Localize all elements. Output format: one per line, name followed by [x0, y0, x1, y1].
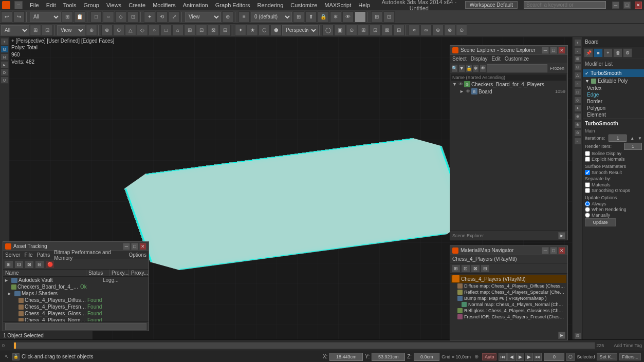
tb2-btn19[interactable]: ◯: [322, 25, 334, 36]
layer-mgr-btn[interactable]: ≡: [238, 11, 250, 23]
vp-icon-bottom[interactable]: ⊡: [574, 332, 581, 339]
se-tb-freeze-btn[interactable]: ❄: [473, 64, 480, 72]
vp-icon-13[interactable]: ≈: [574, 138, 581, 145]
mn-tb-btn3[interactable]: ⊠: [471, 264, 480, 273]
select-object-btn[interactable]: ⊞: [62, 11, 73, 23]
menu-edit[interactable]: Edit: [43, 2, 59, 9]
motion-btn[interactable]: ►: [1, 61, 9, 68]
se-maximize-btn[interactable]: □: [550, 47, 557, 54]
mod-edge[interactable]: Edge: [583, 91, 644, 98]
window-close[interactable]: ✕: [635, 2, 642, 9]
se-select-menu[interactable]: Select: [452, 56, 467, 62]
se-tb-vis-btn[interactable]: 👁: [480, 64, 486, 72]
reference-coord-dropdown[interactable]: ViewWorldLocal: [185, 12, 221, 22]
tb2-btn7[interactable]: ◇: [137, 25, 148, 36]
tb2-btn25[interactable]: ⊟: [393, 25, 404, 36]
at-maps-expand[interactable]: ►: [7, 291, 13, 296]
vp-icon-1[interactable]: +: [574, 39, 581, 46]
at-diffuse-row[interactable]: Chess_4_Players_Diffuse.png Found: [3, 297, 149, 303]
mod-vertex[interactable]: Vertex: [583, 85, 644, 91]
mn-normal-row[interactable]: Normal map: Chess_4_Players_Normal (Ches…: [451, 301, 566, 308]
tb2-btn20[interactable]: ▣: [334, 25, 345, 36]
tb2-btn28[interactable]: ⊕: [432, 25, 444, 36]
mn-close-btn[interactable]: ✕: [558, 247, 565, 254]
tb2-btn12[interactable]: ⊡: [196, 25, 207, 36]
timeline-scrubber[interactable]: [14, 342, 16, 349]
redo-btn[interactable]: ↪: [13, 11, 25, 23]
pivot-btn[interactable]: ⊕: [222, 11, 233, 23]
mode-dropdown[interactable]: All: [1, 25, 29, 35]
menu-group[interactable]: Group: [80, 2, 102, 9]
tb2-btn4[interactable]: ⊗: [101, 25, 113, 36]
transform-lock-icon[interactable]: 🔒: [12, 353, 20, 360]
layer-move-btn[interactable]: ⬆: [305, 11, 317, 23]
vp-icon-11[interactable]: ⊗: [574, 121, 581, 128]
isoline-checkbox[interactable]: [585, 151, 590, 156]
layer-freeze-btn[interactable]: ❄: [330, 11, 341, 23]
selection-mode-dropdown[interactable]: AllGeometryShapes: [30, 12, 61, 22]
tb2-btn6[interactable]: △: [125, 25, 136, 36]
tb2-btn18[interactable]: ⬢: [270, 25, 282, 36]
tb2-btn11[interactable]: ⊞: [184, 25, 195, 36]
menu-help[interactable]: Help: [355, 2, 373, 9]
at-tb-btn4[interactable]: ⊟: [35, 260, 44, 269]
mn-gloss-row[interactable]: Refl.gloss.: Chess_4_Players_Glossiness …: [451, 308, 566, 314]
utilities-btn[interactable]: U: [1, 77, 9, 84]
window-maximize[interactable]: □: [623, 2, 631, 9]
menu-minimize[interactable]: ─: [14, 1, 23, 9]
view-mode-dropdown[interactable]: View: [57, 25, 85, 35]
hierarchy-btn[interactable]: H: [1, 53, 9, 61]
play-frame-next-btn[interactable]: ▶: [525, 353, 533, 361]
explicit-normals-checkbox[interactable]: [585, 157, 590, 162]
at-path-input[interactable]: [5, 323, 146, 330]
keyframe-mode-btn[interactable]: ⬡: [566, 353, 575, 361]
at-fresnel-row[interactable]: Chess_4_Players_Fresnel.png Found: [3, 303, 149, 310]
mod-polygon[interactable]: Polygon: [583, 105, 644, 111]
tb2-btn26[interactable]: ≈: [409, 25, 420, 36]
se-child-expand[interactable]: ►: [459, 89, 465, 94]
vp-icon-12[interactable]: ⊙: [574, 129, 581, 137]
smooth-result-checkbox[interactable]: [585, 170, 590, 175]
tb2-btn8[interactable]: ○: [149, 25, 160, 36]
menu-animation[interactable]: Animation: [180, 2, 211, 9]
render-iters-input[interactable]: [624, 143, 642, 150]
filters-btn[interactable]: Filters...: [619, 353, 641, 360]
modifier-turbosm[interactable]: ✓ TurboSmooth: [583, 69, 644, 77]
frame-input[interactable]: [544, 353, 564, 361]
vp-icon-10[interactable]: ⊕: [574, 113, 581, 120]
at-tb-btn5[interactable]: 🔴: [45, 260, 54, 269]
play-last-btn[interactable]: ⏭: [533, 353, 542, 361]
layer-lock-btn[interactable]: 🔒: [318, 11, 329, 23]
move-btn[interactable]: ✦: [144, 11, 155, 23]
select-by-name-btn[interactable]: 📋: [74, 11, 85, 23]
tb2-btn29[interactable]: ⊗: [444, 25, 455, 36]
manually-checkbox[interactable]: [585, 213, 590, 218]
window-minimize[interactable]: ─: [612, 2, 619, 9]
play-btn[interactable]: ▶: [516, 353, 524, 361]
mod-cfg-btn[interactable]: ⚙: [623, 48, 632, 58]
align-btn[interactable]: ⊡: [383, 11, 395, 23]
at-options-menu[interactable]: Options: [129, 252, 146, 258]
se-parent-row[interactable]: ▼ 👁 G Checkers_Board_for_4_Players: [451, 81, 566, 88]
at-server-menu[interactable]: Server: [5, 252, 20, 258]
tb2-btn15[interactable]: ✦: [235, 25, 246, 36]
at-tb-btn2[interactable]: ⊡: [14, 260, 24, 269]
menu-views[interactable]: Views: [103, 2, 124, 9]
vp-icon-3[interactable]: ⊞: [574, 55, 581, 63]
coord-x-input[interactable]: [329, 353, 363, 361]
se-search-input[interactable]: [487, 64, 547, 72]
se-tb-search-btn[interactable]: 🔍: [451, 64, 458, 72]
always-checkbox[interactable]: [585, 201, 590, 206]
coord-z-input[interactable]: [414, 353, 439, 361]
mn-maximize-btn[interactable]: □: [550, 247, 557, 254]
menu-graph-editors[interactable]: Graph Editors: [212, 2, 253, 9]
tb2-btn10[interactable]: ⌂: [172, 25, 183, 36]
rotate-btn[interactable]: ⟲: [156, 11, 168, 23]
at-bitmap-menu[interactable]: Bitmap Performance and Memory: [54, 250, 124, 261]
se-tb-filter-btn[interactable]: ▼: [458, 64, 465, 72]
timeline-track[interactable]: 0255075100125150175200225: [13, 342, 595, 349]
display-btn[interactable]: D: [1, 69, 9, 76]
tb2-btn9[interactable]: □: [160, 25, 172, 36]
se-nav-btn[interactable]: ►: [558, 232, 565, 239]
tb2-btn1[interactable]: ⊞: [30, 25, 41, 36]
